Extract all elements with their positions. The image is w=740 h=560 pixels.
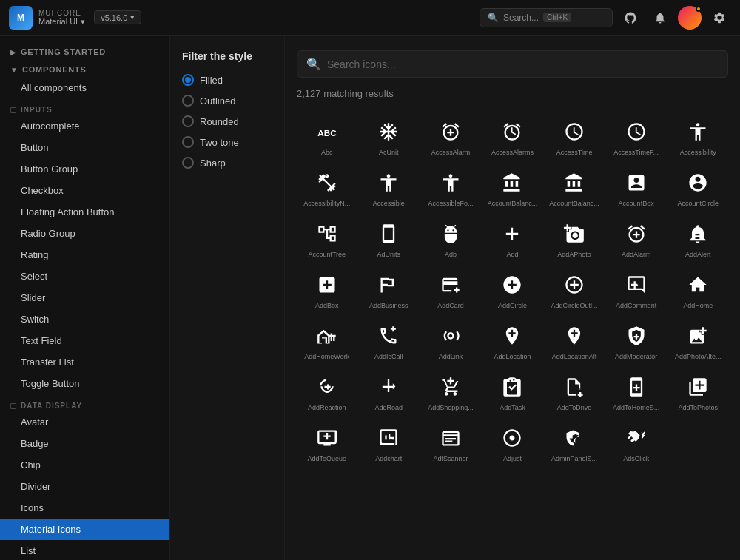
github-button[interactable] <box>619 6 642 30</box>
sidebar-item-list[interactable]: List <box>0 540 169 560</box>
icon-cell[interactable]: AddIcCall <box>359 315 420 365</box>
sidebar-section-getting-started[interactable]: ▶ Getting started <box>0 41 169 59</box>
icon-cell[interactable]: Addchart <box>359 417 420 467</box>
icon-cell[interactable]: AddBusiness <box>359 264 420 314</box>
icon-cell[interactable]: AccountBox <box>606 162 667 212</box>
icon-cell[interactable]: AdUnits <box>359 213 420 263</box>
icon-cell[interactable]: AccessibleFo... <box>420 162 481 212</box>
sidebar-item-checkbox[interactable]: Checkbox <box>0 180 169 201</box>
sidebar-item-transfer-list[interactable]: Transfer List <box>0 351 169 373</box>
icon-cell[interactable]: AddReaction <box>297 366 357 416</box>
icon-cell[interactable]: AddHomeWork <box>297 315 357 365</box>
filter-outlined[interactable]: Outlined <box>182 95 272 107</box>
icon-cell[interactable]: AccountBalanc... <box>482 162 543 212</box>
icon-cell[interactable]: AddToPhotos <box>667 366 728 416</box>
icon-cell[interactable]: Accessible <box>359 162 420 212</box>
icon-label: AdminPanelS... <box>547 455 602 462</box>
icon-cell[interactable]: AccountCircle <box>667 162 728 212</box>
icon-cell[interactable]: Adb <box>420 213 481 263</box>
icon-cell[interactable]: AddLink <box>420 315 481 365</box>
icon-cell[interactable]: AddModerator <box>606 315 667 365</box>
avatar-button[interactable] <box>678 6 702 30</box>
brand-arrow: ▾ <box>81 17 85 27</box>
sidebar-item-slider[interactable]: Slider <box>0 287 169 308</box>
icon-cell[interactable]: AccessAlarm <box>420 111 481 161</box>
icon-cell[interactable]: Add <box>482 213 543 263</box>
sidebar-item-radio-group[interactable]: Radio Group <box>0 223 169 244</box>
sidebar-item-toggle-button[interactable]: Toggle Button <box>0 373 169 394</box>
icon-cell[interactable]: AddLocation <box>482 315 543 365</box>
version-badge[interactable]: v5.16.0 ▾ <box>94 10 141 24</box>
sidebar-item-autocomplete[interactable]: Autocomplete <box>0 115 169 137</box>
icon-cell[interactable]: ABC Abc <box>297 111 357 161</box>
filter-filled[interactable]: Filled <box>182 74 272 86</box>
icon-symbol <box>499 118 525 145</box>
icon-symbol <box>623 374 650 400</box>
icon-cell[interactable]: AcUnit <box>359 111 420 161</box>
icon-cell[interactable]: Adjust <box>482 417 543 467</box>
sidebar-item-avatar[interactable]: Avatar <box>0 411 169 433</box>
icon-cell[interactable]: AddAlert <box>667 213 728 263</box>
icon-symbol <box>375 323 402 349</box>
sidebar-item-all-components[interactable]: All components <box>0 77 169 98</box>
icon-cell[interactable]: AccessibilityN... <box>297 162 357 212</box>
icon-cell[interactable]: AccessAlarms <box>482 111 543 161</box>
icon-cell[interactable]: AddLocationAlt <box>544 315 605 365</box>
icon-cell[interactable]: AddAPhoto <box>544 213 605 263</box>
icon-cell[interactable]: Accessibility <box>667 111 728 161</box>
icon-cell[interactable]: AccountTree <box>297 213 357 263</box>
icons-search-input[interactable] <box>327 58 719 70</box>
logo[interactable]: M <box>9 6 33 30</box>
icon-cell[interactable]: AccountBalanc... <box>544 162 605 212</box>
icon-symbol <box>561 169 588 196</box>
sidebar-item-text-field[interactable]: Text Field <box>0 330 169 351</box>
sidebar-item-chip[interactable]: Chip <box>0 454 169 476</box>
icons-grid: ABC Abc AcUnit AccessAlarm AccessAlarms … <box>297 111 728 467</box>
icon-cell[interactable]: AccessTimeF... <box>606 111 667 161</box>
icon-cell[interactable]: AddCard <box>420 264 481 314</box>
sidebar-item-badge[interactable]: Badge <box>0 433 169 454</box>
sidebar-item-material-icons[interactable]: Material Icons <box>0 519 169 540</box>
icon-cell[interactable]: AddTask <box>482 366 543 416</box>
icon-cell[interactable]: AddToQueue <box>297 417 357 467</box>
icon-cell[interactable]: AddHome <box>667 264 728 314</box>
sidebar-item-button[interactable]: Button <box>0 137 169 158</box>
filter-sharp[interactable]: Sharp <box>182 157 272 169</box>
icon-label: AdfScanner <box>423 455 478 462</box>
icon-cell[interactable]: AccessTime <box>544 111 605 161</box>
filter-rounded[interactable]: Rounded <box>182 115 272 127</box>
sidebar-section-components[interactable]: ▼ Components <box>0 59 169 77</box>
icon-cell[interactable]: AddToHomeS... <box>606 366 667 416</box>
search-shortcut: Ctrl+K <box>543 13 571 22</box>
icon-cell[interactable]: AddShopping... <box>420 366 481 416</box>
icon-cell[interactable]: AddComment <box>606 264 667 314</box>
icon-cell[interactable]: AddCircleOutl... <box>544 264 605 314</box>
icon-cell[interactable]: AdsClick <box>606 417 667 467</box>
icon-cell[interactable]: AddRoad <box>359 366 420 416</box>
icon-label: AccessAlarm <box>423 149 478 156</box>
icon-label: AddLink <box>423 353 478 360</box>
icon-cell[interactable]: AdminPanelS... <box>544 417 605 467</box>
sidebar-item-switch[interactable]: Switch <box>0 308 169 330</box>
icon-cell[interactable]: AddAlarm <box>606 213 667 263</box>
avatar-dot <box>696 6 702 12</box>
sidebar-item-select[interactable]: Select <box>0 266 169 287</box>
sidebar-item-button-group[interactable]: Button Group <box>0 158 169 180</box>
icon-cell[interactable]: AddBox <box>297 264 357 314</box>
icon-cell[interactable]: AddPhotoAlte... <box>667 315 728 365</box>
icon-symbol <box>499 169 525 196</box>
sidebar-item-divider[interactable]: Divider <box>0 476 169 497</box>
radio-outlined-circle <box>182 95 194 107</box>
notifications-button[interactable] <box>648 6 672 30</box>
sidebar-item-fab[interactable]: Floating Action Button <box>0 201 169 223</box>
search-bar[interactable]: 🔍 Search... Ctrl+K <box>480 8 613 27</box>
icon-symbol <box>375 374 402 400</box>
icon-cell[interactable]: AddCircle <box>482 264 543 314</box>
sidebar-item-rating[interactable]: Rating <box>0 244 169 266</box>
icon-cell[interactable]: AdfScanner <box>420 417 481 467</box>
icon-cell[interactable]: AddToDrive <box>544 366 605 416</box>
sidebar-item-icons[interactable]: Icons <box>0 497 169 519</box>
settings-button[interactable] <box>707 6 731 30</box>
filter-two-tone[interactable]: Two tone <box>182 136 272 148</box>
brand-bottom-row[interactable]: Material UI ▾ <box>38 17 85 27</box>
